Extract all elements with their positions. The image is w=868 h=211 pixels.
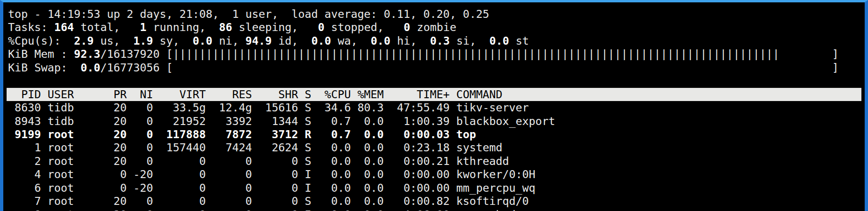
- process-row-pid-8: 8 root 20 0 0 0 0 I 0.0 0.0 4:06.00 rcu_…: [8, 208, 861, 211]
- tasks-line: Tasks: 164 total, 1 running, 86 sleeping…: [8, 21, 861, 34]
- swap-line: KiB Swap: 0.0/16773056 [ ]: [8, 61, 861, 74]
- mem-line: KiB Mem : 92.3/16137920 [|||||||||||||||…: [8, 47, 861, 61]
- process-row-pid-4: 4 root 0 -20 0 0 0 I 0.0 0.0 0:00.00 kwo…: [8, 168, 861, 181]
- process-table-rows: 8630 tidb 20 0 33.5g 12.4g 15616 S 34.6 …: [8, 101, 861, 211]
- process-row-pid-7: 7 root 20 0 0 0 0 S 0.0 0.0 0:00.82 ksof…: [8, 195, 861, 208]
- top-summary-area: top - 14:19:53 up 2 days, 21:08, 1 user,…: [8, 8, 861, 74]
- terminal-window-frame: top - 14:19:53 up 2 days, 21:08, 1 user,…: [0, 0, 868, 211]
- terminal-screen[interactable]: top - 14:19:53 up 2 days, 21:08, 1 user,…: [7, 5, 861, 211]
- process-row-pid-9199: 9199 root 20 0 117888 7872 3712 R 0.7 0.…: [8, 128, 861, 141]
- process-row-pid-1: 1 root 20 0 157440 7424 2624 S 0.0 0.0 0…: [8, 141, 861, 154]
- process-row-pid-8630: 8630 tidb 20 0 33.5g 12.4g 15616 S 34.6 …: [8, 101, 861, 114]
- process-row-pid-8943: 8943 tidb 20 0 21952 3392 1344 S 0.7 0.0…: [8, 115, 861, 128]
- process-row-pid-2: 2 root 20 0 0 0 0 S 0.0 0.0 0:00.21 kthr…: [8, 155, 861, 168]
- cpu-line: %Cpu(s): 2.9 us, 1.9 sy, 0.0 ni, 94.9 id…: [8, 34, 861, 47]
- blank-line: [8, 74, 861, 87]
- uptime-line: top - 14:19:53 up 2 days, 21:08, 1 user,…: [8, 8, 861, 21]
- process-table-header: PID USER PR NI VIRT RES SHR S %CPU %MEM …: [7, 88, 861, 101]
- mem-gauge: [|||||||||||||||||||||||||||||||||||||||…: [166, 47, 839, 60]
- process-row-pid-6: 6 root 0 -20 0 0 0 I 0.0 0.0 0:00.00 mm_…: [8, 181, 861, 195]
- swap-gauge: [ ]: [166, 61, 839, 74]
